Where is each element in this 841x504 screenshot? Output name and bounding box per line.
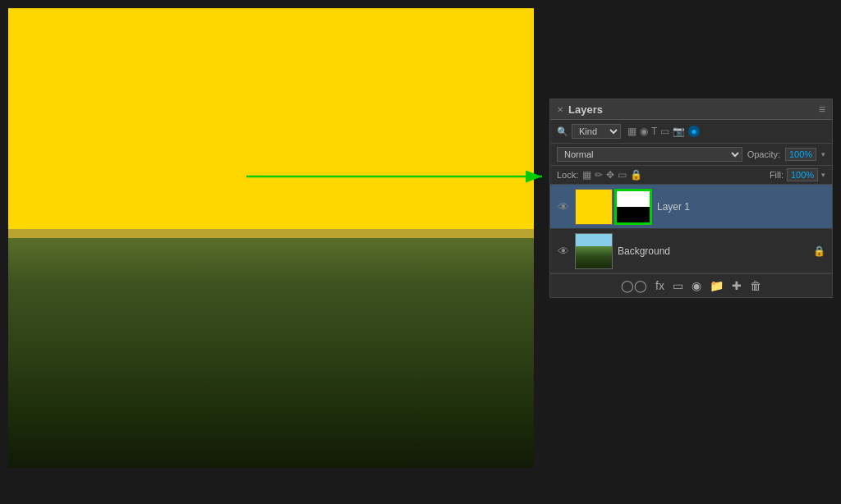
shape-filter-icon[interactable]: ▭ xyxy=(660,126,669,137)
fill-arrow[interactable]: ▾ xyxy=(821,171,825,179)
layer-row-background[interactable]: 👁 Background 🔒 xyxy=(550,229,832,273)
fill-label: Fill: xyxy=(770,170,784,180)
pixel-filter-icon[interactable]: ▦ xyxy=(627,126,636,137)
new-fill-icon[interactable]: ◉ xyxy=(692,279,701,292)
new-layer-icon[interactable]: ✚ xyxy=(732,279,742,292)
type-filter-icon[interactable]: T xyxy=(651,126,657,137)
fx-icon[interactable]: fx xyxy=(655,279,664,292)
layers-list: 👁 Layer 1 👁 Background 🔒 xyxy=(550,185,832,273)
layer-1-thumbs xyxy=(575,189,652,225)
background-layer-name: Background xyxy=(618,245,808,257)
background-lock-icon: 🔒 xyxy=(813,245,825,257)
panel-title: Layers xyxy=(568,103,603,116)
lock-row: Lock: ▦ ✏ ✥ ▭ 🔒 Fill: 100% ▾ xyxy=(550,166,832,185)
group-icon[interactable]: 📁 xyxy=(710,279,724,292)
filter-toggle-icon[interactable]: ● xyxy=(688,126,699,137)
layers-panel: ✕ Layers ≡ 🔍 Kind Name Effect ▦ ◉ T ▭ 📷 … xyxy=(549,99,833,298)
smartobject-filter-icon[interactable]: 📷 xyxy=(673,126,685,137)
opacity-value[interactable]: 100% xyxy=(785,148,816,161)
lock-artboard-icon[interactable]: ▭ xyxy=(618,169,627,181)
layer-1-content-thumb xyxy=(575,189,613,225)
panel-toolbar: ◯◯ fx ▭ ◉ 📁 ✚ 🗑 xyxy=(550,273,832,297)
add-mask-icon[interactable]: ▭ xyxy=(673,279,683,292)
background-thumbs xyxy=(575,233,613,269)
adjustment-filter-icon[interactable]: ◉ xyxy=(640,126,648,137)
forest-area xyxy=(8,238,534,468)
layer-row-1[interactable]: 👁 Layer 1 xyxy=(550,185,832,229)
yellow-layer xyxy=(8,8,534,247)
lock-paint-icon[interactable]: ✏ xyxy=(595,169,603,181)
search-icon: 🔍 xyxy=(557,126,568,137)
filter-row: 🔍 Kind Name Effect ▦ ◉ T ▭ 📷 ● xyxy=(550,120,832,144)
opacity-arrow[interactable]: ▾ xyxy=(821,150,825,158)
opacity-label: Opacity: xyxy=(747,149,780,159)
close-icon[interactable]: ✕ xyxy=(557,105,563,114)
lock-label: Lock: xyxy=(557,170,578,180)
layer-1-name: Layer 1 xyxy=(657,201,825,213)
filter-kind-select[interactable]: Kind Name Effect xyxy=(572,124,621,139)
lock-pixels-icon[interactable]: ▦ xyxy=(582,169,591,181)
background-content-thumb xyxy=(575,233,613,269)
delete-layer-icon[interactable]: 🗑 xyxy=(750,279,761,292)
blend-row: Normal Dissolve Multiply Screen Opacity:… xyxy=(550,144,832,166)
blend-mode-select[interactable]: Normal Dissolve Multiply Screen xyxy=(557,147,742,162)
layer-1-mask-thumb xyxy=(614,189,652,225)
lock-all-icon[interactable]: 🔒 xyxy=(630,169,642,181)
canvas-area xyxy=(8,8,534,468)
panel-menu-icon[interactable]: ≡ xyxy=(819,103,825,116)
panel-titlebar: ✕ Layers ≡ xyxy=(550,99,832,120)
background-visibility-icon[interactable]: 👁 xyxy=(557,245,570,258)
link-layers-icon[interactable]: ◯◯ xyxy=(621,279,647,292)
layer-1-visibility-icon[interactable]: 👁 xyxy=(557,200,570,213)
lock-move-icon[interactable]: ✥ xyxy=(606,169,614,181)
fill-value[interactable]: 100% xyxy=(787,168,818,181)
